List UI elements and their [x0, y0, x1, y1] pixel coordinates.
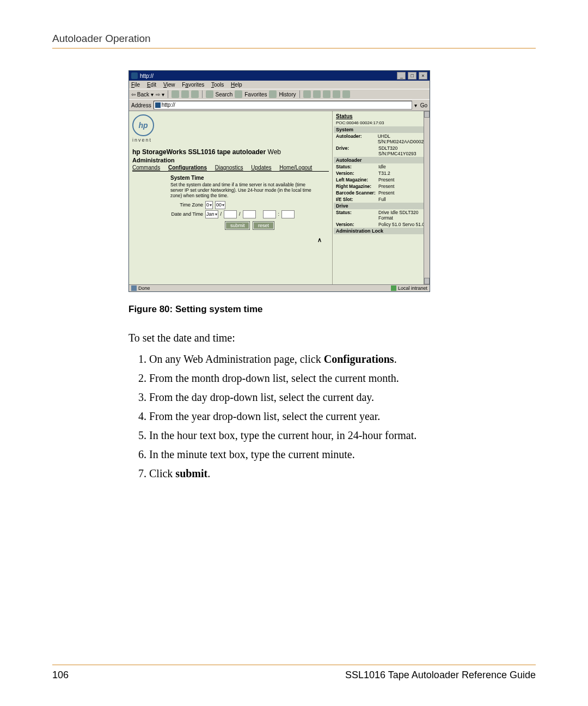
toolbar: ⇦ Back ▾ ⇨ ▾ Search Favorites History — [129, 89, 430, 99]
sys-drive-value: SDLT320 S/N:PMC41Y0293 — [378, 145, 426, 156]
footer-rule — [52, 665, 536, 665]
splitter-handle-icon[interactable]: ∧ — [317, 236, 322, 244]
drv-status-value: Drive Idle SDLT320 Format — [378, 210, 426, 221]
steps-list: On any Web Administration page, click Co… — [128, 351, 492, 482]
page-number: 106 — [52, 670, 69, 681]
print-icon[interactable] — [313, 90, 321, 98]
system-time-help: Set the system date and time if a time s… — [170, 182, 317, 199]
tab-diagnostics[interactable]: Diagnostics — [215, 165, 243, 171]
al-scanner-label: Barcode Scanner: — [336, 190, 378, 196]
main-panel: hp invent hp StorageWorks SSL1016 tape a… — [129, 111, 332, 284]
page-content: hp invent hp StorageWorks SSL1016 tape a… — [129, 111, 430, 284]
menu-help[interactable]: Help — [231, 82, 242, 88]
header-rule — [52, 48, 536, 48]
ie-app-icon — [131, 72, 138, 79]
hp-logo-subtext: invent — [132, 137, 329, 143]
maximize-button[interactable]: □ — [408, 72, 416, 80]
product-title: hp StorageWorks SSL1016 tape autoloader … — [132, 148, 329, 156]
al-ie-value: Full — [378, 197, 426, 202]
al-rightmag-value: Present — [378, 184, 426, 189]
tab-commands[interactable]: Commands — [132, 165, 160, 171]
go-label: Go — [420, 102, 427, 108]
step-5: In the hour text box, type the current h… — [149, 428, 492, 443]
menu-favorites[interactable]: Favorites — [182, 82, 204, 88]
product-title-suffix: Web — [268, 148, 281, 156]
drv-version-value: Policy 51.0 Servo 51.0 — [378, 222, 426, 227]
status-section-drive: Drive — [334, 203, 428, 209]
stop-icon[interactable] — [171, 90, 179, 98]
step-1: On any Web Administration page, click Co… — [149, 351, 492, 367]
drv-status-label: Status: — [336, 210, 378, 221]
submit-button[interactable]: submit — [225, 222, 250, 229]
refresh-icon[interactable] — [181, 90, 189, 98]
drv-version-label: Version: — [336, 222, 378, 227]
status-title: Status — [334, 112, 428, 120]
step-2: From the month drop-down list, select th… — [149, 370, 492, 386]
status-panel: Status POC:00046 00024:17:03 System Auto… — [332, 111, 430, 284]
step-3: From the day drop-down list, select the … — [149, 389, 492, 405]
done-icon — [131, 285, 137, 291]
step-4: From the year drop-down list, select the… — [149, 409, 492, 424]
status-poc: POC:00046 00024:17:03 — [334, 120, 428, 126]
search-icon[interactable] — [206, 90, 213, 98]
system-time-heading: System Time — [170, 175, 329, 181]
address-label: Address — [131, 102, 151, 108]
al-leftmag-label: Left Magazine: — [336, 177, 378, 182]
al-rightmag-label: Right Magazine: — [336, 184, 378, 189]
mail-icon[interactable] — [303, 90, 311, 98]
timezone-minute-select[interactable]: 00 — [215, 201, 225, 209]
al-ie-label: I/E Slot: — [336, 197, 378, 202]
window-title: http:// — [140, 73, 154, 79]
minimize-button[interactable]: _ — [397, 72, 406, 80]
hp-logo-icon: hp — [132, 114, 154, 136]
back-button[interactable]: ⇦ Back ▾ — [131, 92, 154, 98]
menu-edit[interactable]: Edit — [147, 82, 156, 88]
browser-statusbar: Done Local intranet — [129, 284, 430, 291]
section-header: Autoloader Operation — [52, 33, 536, 45]
doc-title: SSL1016 Tape Autoloader Reference Guide — [345, 670, 536, 681]
tab-configurations[interactable]: Configurations — [168, 165, 207, 171]
reset-button[interactable]: reset — [253, 222, 274, 229]
timezone-label: Time Zone — [170, 202, 203, 208]
figure-screenshot: http:// _ □ × File Edit View Favorites T… — [128, 70, 503, 315]
admin-label: Administration — [132, 157, 329, 163]
menu-view[interactable]: View — [163, 82, 175, 88]
tab-updates[interactable]: Updates — [251, 165, 271, 171]
address-value: http:// — [162, 101, 175, 109]
menu-bar: File Edit View Favorites Tools Help — [129, 81, 430, 89]
timezone-hour-select[interactable]: 0 — [205, 201, 213, 209]
close-button[interactable]: × — [419, 72, 427, 80]
step-6: In the minute text box, type the current… — [149, 447, 492, 462]
address-dropdown-icon[interactable]: ▾ — [414, 102, 417, 108]
messenger-icon[interactable] — [342, 90, 350, 98]
al-status-value: Idle — [378, 164, 426, 169]
menu-tools[interactable]: Tools — [211, 82, 224, 88]
year-input[interactable] — [243, 210, 256, 218]
window-controls: _ □ × — [396, 72, 427, 80]
minute-input[interactable] — [281, 210, 295, 218]
sys-autoloader-value: UHDL S/N:PM0242AAD00023 — [378, 133, 426, 144]
hour-input[interactable] — [263, 210, 276, 218]
favorites-label: Favorites — [244, 92, 267, 98]
window-titlebar: http:// _ □ × — [129, 71, 430, 81]
menu-file[interactable]: File — [131, 82, 140, 88]
month-select[interactable]: Jan — [205, 210, 218, 218]
address-input[interactable]: http:// — [154, 101, 412, 109]
go-button[interactable]: Go — [419, 102, 427, 108]
search-label: Search — [216, 92, 233, 98]
side-scrollbar[interactable] — [424, 111, 430, 284]
nav-tabs: Commands Configurations Diagnostics Upda… — [132, 165, 329, 172]
al-version-value: T31.2 — [378, 171, 426, 176]
status-done: Done — [138, 285, 150, 291]
edit-icon[interactable] — [323, 90, 330, 98]
home-icon[interactable] — [191, 90, 199, 98]
history-icon[interactable] — [269, 90, 277, 98]
forward-button[interactable]: ⇨ ▾ — [156, 92, 164, 98]
discuss-icon[interactable] — [333, 90, 340, 98]
sys-drive-label: Drive: — [336, 145, 378, 156]
day-input[interactable] — [224, 210, 237, 218]
tab-home-logout[interactable]: Home/Logout — [279, 165, 312, 171]
instruction-text: To set the date and time: On any Web Adm… — [128, 330, 492, 482]
favorites-icon[interactable] — [235, 90, 242, 98]
address-bar: Address http:// ▾ Go — [129, 99, 430, 111]
